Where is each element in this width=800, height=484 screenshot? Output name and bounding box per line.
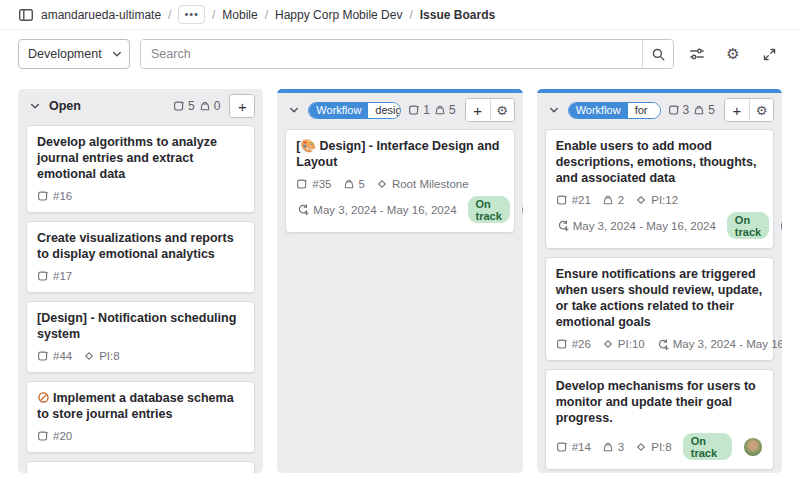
avatar[interactable] [743,437,763,457]
board-select-value: Development [28,47,102,61]
board-column-open: Open 5 0 + Develop algorithms to analyze… [18,89,263,473]
list-settings-gear-icon[interactable]: ⚙ [490,99,514,121]
card-title: Implement a database schema to store jou… [37,390,244,422]
search-input[interactable] [141,40,642,68]
weight-icon [693,104,705,116]
collapse-chevron-icon[interactable] [547,103,561,117]
breadcrumb-separator: / [409,8,412,22]
board-column-workflow-design: Workflow design 1 5 + ⚙ [🎨 D [277,89,522,473]
fullscreen-expand-icon[interactable] [756,41,782,67]
issue-icon [37,190,49,202]
column-issue-count: 1 [408,103,430,117]
list-settings-gear-icon[interactable]: ⚙ [749,99,773,121]
issue-card[interactable]: [🎨 Design] - Interface Design and Layout… [285,129,514,233]
breadcrumb-subgroup[interactable]: Mobile [222,8,257,22]
breadcrumb-separator: / [168,8,171,22]
milestone-icon [635,194,647,206]
breadcrumb: amandarueda-ultimate / ••• / Mobile / Ha… [0,0,800,30]
board-config-sliders-icon[interactable] [684,41,710,67]
health-status-badge: On track [683,433,732,460]
assignee-avatars [743,437,763,457]
milestone-icon [635,441,647,453]
issue-reference: #35 [296,178,331,190]
avatar[interactable] [780,216,782,236]
issue-icon [408,104,420,116]
column-title: Open [49,99,81,113]
issue-reference: #26 [556,338,591,350]
issue-icon [556,194,568,206]
issue-icon [37,350,49,362]
health-status-badge: On track [727,212,769,239]
milestone: PI:8 [83,350,119,362]
issue-reference: #21 [556,194,591,206]
issue-reference: #16 [37,190,72,202]
breadcrumb-group[interactable]: amandarueda-ultimate [41,8,161,22]
issue-card[interactable]: [Design] - Notification scheduling syste… [26,301,255,373]
weight-icon [434,104,446,116]
board-search [140,39,674,69]
issue-icon [668,104,680,116]
search-icon[interactable] [642,40,673,68]
assignee-avatars [521,200,523,220]
issue-icon [556,441,568,453]
sidebar-toggle-icon[interactable] [18,7,34,23]
board-settings-gear-icon[interactable]: ⚙ [720,41,746,67]
add-issue-button[interactable]: + [230,95,254,117]
issue-card[interactable]: Develop mechanisms for users to monitor … [545,369,774,470]
board-toolbar: Development ⚙ [0,30,800,79]
breadcrumb-separator: / [212,8,215,22]
issue-weight: 3 [602,441,624,453]
chevron-down-icon [110,47,124,61]
issue-icon [296,178,308,190]
card-title: [🎨 Design] - Interface Design and Layout [296,138,503,170]
card-title: Enable users to add mood descriptions, e… [556,138,763,186]
weight-icon [602,441,614,453]
add-issue-button[interactable]: + [466,99,490,121]
blocked-icon [37,391,50,404]
breadcrumb-project[interactable]: Happy Corp Mobile Dev [275,8,402,22]
board-column-workflow-ready-for-dev: Workflow Ready for dev 3 5 + ⚙ [537,89,782,473]
column-header: Open 5 0 + [18,89,263,123]
column-header: Workflow design 1 5 + ⚙ [277,93,522,127]
weight-icon [602,194,614,206]
collapse-chevron-icon[interactable] [287,103,301,117]
scoped-label[interactable]: Workflow Ready for dev [568,102,661,119]
issue-card[interactable]: Task 3 #38 PI:7 [26,461,255,473]
milestone: PI:10 [602,338,645,350]
issue-reference: #17 [37,270,72,282]
breadcrumb-separator: / [265,8,268,22]
breadcrumb-ellipsis-button[interactable]: ••• [178,5,205,24]
board-select-dropdown[interactable]: Development [18,39,130,69]
iteration-dates: May 3, 2024 - May 16, 2024 [656,338,782,351]
weight-icon [343,178,355,190]
iteration-icon [656,338,669,351]
collapse-chevron-icon[interactable] [28,99,42,113]
issue-card[interactable]: Ensure notifications are triggered when … [545,257,774,361]
avatar[interactable] [521,200,523,220]
column-weight-total: 0 [199,99,221,113]
iteration-dates: May 3, 2024 - May 16, 2024 [296,203,456,216]
card-title: Develop algorithms to analyze journal en… [37,134,244,182]
issue-icon [37,270,49,282]
issue-card[interactable]: Develop algorithms to analyze journal en… [26,125,255,213]
iteration-dates: May 3, 2024 - May 16, 2024 [556,219,716,232]
issue-reference: #20 [37,430,72,442]
card-list: Enable users to add mood descriptions, e… [537,127,782,473]
iteration-icon [296,203,309,216]
issue-weight: 5 [343,178,365,190]
card-title: Develop mechanisms for users to monitor … [556,378,763,426]
issue-card[interactable]: Implement a database schema to store jou… [26,381,255,453]
iteration-icon [556,219,569,232]
milestone: PI:12 [635,194,678,206]
add-issue-button[interactable]: + [725,99,749,121]
column-issue-count: 3 [668,103,690,117]
issue-card[interactable]: Create visualizations and reports to dis… [26,221,255,293]
card-title: Task 3 [37,470,244,473]
scoped-label[interactable]: Workflow design [308,102,401,119]
issue-icon [173,100,185,112]
milestone: PI:8 [635,441,671,453]
breadcrumb-current-page[interactable]: Issue Boards [420,8,495,22]
column-weight-total: 5 [693,103,715,117]
issue-card[interactable]: Enable users to add mood descriptions, e… [545,129,774,249]
column-issue-count: 5 [173,99,195,113]
